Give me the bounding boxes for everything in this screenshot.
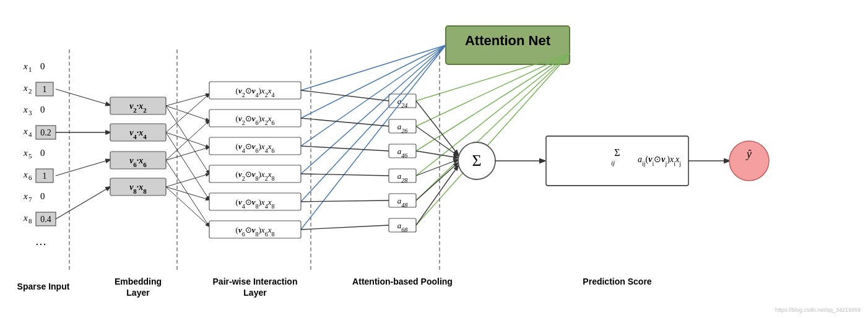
svg-text:x: x bbox=[23, 83, 28, 93]
svg-text:3: 3 bbox=[28, 109, 32, 116]
svg-text:ij: ij bbox=[611, 159, 615, 166]
svg-text:0: 0 bbox=[40, 105, 45, 114]
svg-text:x: x bbox=[23, 191, 28, 201]
svg-text:x: x bbox=[23, 213, 28, 223]
svg-text:0: 0 bbox=[40, 61, 45, 71]
svg-text:⋯: ⋯ bbox=[35, 238, 46, 250]
svg-text:Embedding: Embedding bbox=[115, 277, 162, 286]
svg-text:https://blog.csdn.net/qq_34219: https://blog.csdn.net/qq_34219959 bbox=[775, 307, 861, 313]
svg-text:1: 1 bbox=[43, 85, 47, 94]
svg-text:x: x bbox=[23, 170, 28, 179]
svg-text:7: 7 bbox=[28, 196, 32, 203]
svg-text:2: 2 bbox=[28, 87, 32, 95]
svg-text:Attention Net: Attention Net bbox=[465, 33, 551, 48]
svg-text:ŷ: ŷ bbox=[745, 148, 752, 160]
svg-text:4: 4 bbox=[28, 131, 32, 138]
svg-point-116 bbox=[729, 141, 769, 181]
svg-text:x: x bbox=[23, 126, 28, 136]
svg-text:x: x bbox=[23, 61, 28, 71]
svg-text:Pair-wise Interaction: Pair-wise Interaction bbox=[213, 277, 298, 286]
svg-text:Layer: Layer bbox=[243, 288, 267, 298]
svg-text:Sparse Input: Sparse Input bbox=[17, 281, 70, 291]
svg-text:0: 0 bbox=[40, 191, 45, 201]
svg-text:x: x bbox=[23, 105, 28, 114]
svg-text:1: 1 bbox=[43, 171, 47, 181]
diagram-container: x 1 0 x 2 1 x 3 0 x 4 0.2 x 5 0 x 6 1 x … bbox=[0, 0, 868, 318]
svg-text:8: 8 bbox=[28, 217, 32, 225]
svg-text:6: 6 bbox=[28, 174, 32, 181]
svg-text:Prediction Score: Prediction Score bbox=[583, 277, 651, 286]
svg-text:x: x bbox=[23, 148, 28, 158]
architecture-diagram: x 1 0 x 2 1 x 3 0 x 4 0.2 x 5 0 x 6 1 x … bbox=[0, 0, 868, 318]
svg-text:0: 0 bbox=[40, 148, 45, 158]
svg-text:Attention-based Pooling: Attention-based Pooling bbox=[352, 277, 453, 286]
svg-text:5: 5 bbox=[28, 152, 32, 160]
svg-text:Σ: Σ bbox=[472, 152, 481, 170]
svg-text:0.4: 0.4 bbox=[40, 215, 51, 224]
svg-text:1: 1 bbox=[28, 66, 32, 73]
svg-text:Σ: Σ bbox=[614, 147, 620, 158]
svg-text:Layer: Layer bbox=[126, 288, 150, 298]
svg-text:0.2: 0.2 bbox=[40, 128, 51, 137]
